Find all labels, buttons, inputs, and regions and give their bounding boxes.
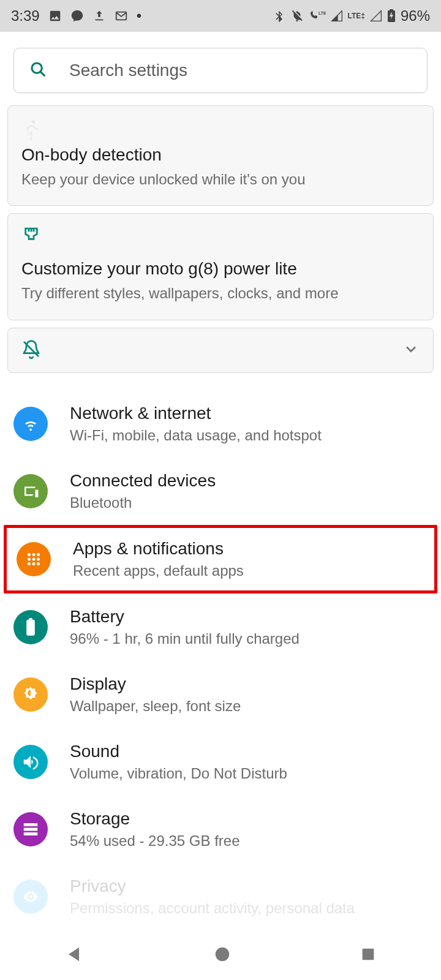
svg-rect-21 <box>29 618 32 620</box>
svg-rect-20 <box>26 620 35 636</box>
item-privacy[interactable]: Privacy Permissions, account activity, p… <box>0 863 441 930</box>
svg-point-13 <box>37 553 40 556</box>
card-title: Customize your moto g(8) power lite <box>21 259 420 279</box>
item-title: Apps & notifications <box>73 539 244 559</box>
svg-point-4 <box>32 63 42 73</box>
suggestion-onbody[interactable]: On-body detection Keep your device unloc… <box>7 105 434 206</box>
devices-icon <box>13 474 48 508</box>
status-right: LTE LTE‡ 96% <box>273 7 431 24</box>
item-battery[interactable]: Battery 96% - 1 hr, 6 min until fully ch… <box>0 594 441 661</box>
item-title: Battery <box>70 607 300 627</box>
svg-line-5 <box>40 72 45 76</box>
bluetooth-icon <box>273 10 285 22</box>
lte-text: LTE‡ <box>348 12 365 20</box>
storage-icon <box>13 812 48 846</box>
item-devices[interactable]: Connected devices Bluetooth <box>0 458 441 525</box>
navigation-bar <box>0 929 441 980</box>
item-subtitle: Recent apps, default apps <box>73 562 244 579</box>
apps-icon <box>17 542 51 576</box>
svg-text:LTE: LTE <box>318 11 326 15</box>
dnd-status-icon <box>290 9 304 23</box>
nav-recent-button[interactable] <box>360 946 377 963</box>
item-network[interactable]: Network & internet Wi-Fi, mobile, data u… <box>0 390 441 458</box>
item-subtitle: Permissions, account activity, personal … <box>70 900 355 917</box>
svg-point-19 <box>37 562 40 565</box>
card-title: On-body detection <box>21 145 420 165</box>
item-subtitle: 54% used - 29.35 GB free <box>70 832 240 850</box>
item-subtitle: Wallpaper, sleep, font size <box>70 698 241 715</box>
nav-back-button[interactable] <box>64 944 85 965</box>
item-subtitle: Bluetooth <box>70 494 216 511</box>
item-title: Display <box>70 674 241 694</box>
status-left: 3:39 • <box>11 7 141 24</box>
svg-point-26 <box>216 948 230 962</box>
nav-home-button[interactable] <box>213 945 232 963</box>
svg-point-16 <box>37 557 40 560</box>
battery-icon <box>387 9 396 23</box>
svg-point-17 <box>28 562 31 565</box>
suggestion-customize[interactable]: Customize your moto g(8) power lite Try … <box>7 213 434 320</box>
item-title: Privacy <box>70 876 355 896</box>
svg-rect-27 <box>363 949 374 960</box>
chevron-down-icon <box>402 341 420 360</box>
brightness-icon <box>13 677 48 712</box>
sound-icon <box>13 745 48 779</box>
item-storage[interactable]: Storage 54% used - 29.35 GB free <box>0 796 441 863</box>
gmail-icon <box>115 9 128 23</box>
svg-rect-22 <box>24 823 38 826</box>
item-title: Connected devices <box>70 471 216 491</box>
signal-1-icon <box>331 10 343 22</box>
item-subtitle: 96% - 1 hr, 6 min until fully charged <box>70 630 300 647</box>
item-subtitle: Wi-Fi, mobile, data usage, and hotspot <box>70 427 322 444</box>
photo-icon <box>48 9 62 23</box>
messenger-icon <box>70 9 84 23</box>
svg-point-6 <box>32 120 36 124</box>
search-icon <box>29 60 47 81</box>
status-bar: 3:39 • LTE LTE‡ <box>0 0 441 32</box>
svg-rect-23 <box>24 827 38 831</box>
privacy-icon <box>13 880 48 914</box>
card-subtitle: Try different styles, wallpapers, clocks… <box>21 284 420 303</box>
svg-point-12 <box>32 553 36 556</box>
svg-point-15 <box>32 557 36 560</box>
bell-off-icon <box>21 339 41 361</box>
item-apps[interactable]: Apps & notifications Recent apps, defaul… <box>4 525 437 594</box>
brush-icon <box>21 226 420 248</box>
search-placeholder: Search settings <box>69 61 187 80</box>
card-subtitle: Keep your device unlocked while it's on … <box>21 170 420 189</box>
svg-point-25 <box>29 895 32 898</box>
signal-2-icon <box>370 10 382 22</box>
volte-icon: LTE <box>309 10 326 22</box>
svg-rect-24 <box>24 832 38 835</box>
item-display[interactable]: Display Wallpaper, sleep, font size <box>0 661 441 728</box>
walk-icon <box>21 118 420 143</box>
battery-pct: 96% <box>401 7 430 24</box>
svg-point-18 <box>32 562 36 565</box>
wifi-icon <box>13 407 48 441</box>
svg-point-11 <box>28 553 31 556</box>
battery-item-icon <box>13 610 48 644</box>
svg-point-14 <box>28 557 31 560</box>
item-subtitle: Volume, vibration, Do Not Disturb <box>70 765 287 782</box>
item-title: Storage <box>70 809 240 829</box>
svg-rect-3 <box>390 9 393 11</box>
item-sound[interactable]: Sound Volume, vibration, Do Not Disturb <box>0 728 441 796</box>
dnd-collapsed-card[interactable] <box>7 328 434 373</box>
clock: 3:39 <box>11 7 40 24</box>
search-input[interactable]: Search settings <box>13 48 428 93</box>
item-title: Network & internet <box>70 404 322 423</box>
upload-icon <box>92 9 106 23</box>
item-title: Sound <box>70 742 287 761</box>
